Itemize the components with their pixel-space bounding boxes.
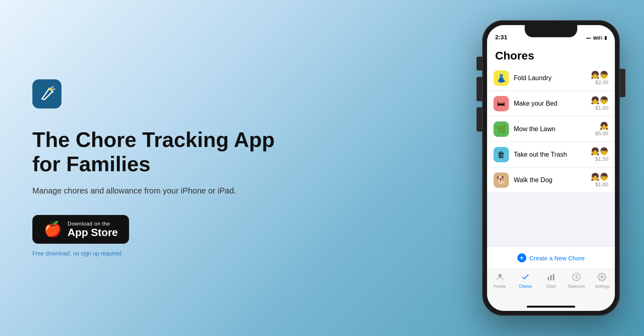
phone-mockup: 2:31 ▪▪▪ WiFi ▮ Chores 👗 Fold Laundry 👧👦… bbox=[482, 20, 620, 316]
chore-name: Walk the Dog bbox=[514, 177, 586, 184]
chores-header: Chores bbox=[487, 43, 615, 66]
tab-label-balances: Balances bbox=[568, 284, 585, 289]
chore-right: 👧 $5.00 bbox=[595, 122, 608, 136]
tab-icon-chart bbox=[547, 272, 555, 283]
status-icons: ▪▪▪ WiFi ▮ bbox=[586, 35, 607, 40]
apple-icon: 🍎 bbox=[44, 222, 62, 236]
tab-settings[interactable]: Settings bbox=[589, 272, 615, 289]
main-headline: The Chore Tracking App for Families bbox=[32, 128, 442, 177]
status-time: 2:31 bbox=[495, 34, 507, 40]
svg-point-1 bbox=[498, 274, 501, 277]
tab-label-people: People bbox=[494, 284, 506, 289]
chore-name: Make your Bed bbox=[514, 100, 586, 107]
phone-screen: 2:31 ▪▪▪ WiFi ▮ Chores 👗 Fold Laundry 👧👦… bbox=[487, 25, 615, 311]
phone-notch bbox=[525, 25, 577, 37]
chore-icon: 🐕 bbox=[494, 172, 509, 188]
tab-balances[interactable]: $ Balances bbox=[564, 272, 589, 289]
svg-text:$: $ bbox=[575, 274, 578, 279]
tab-icon-people bbox=[496, 272, 504, 283]
chore-item[interactable]: 👗 Fold Laundry 👧👦 $2.00 bbox=[487, 66, 615, 91]
chore-price: $1.50 bbox=[595, 156, 608, 162]
create-chore-section[interactable]: + Create a New Chore bbox=[487, 247, 615, 269]
mute-button bbox=[477, 57, 482, 70]
chore-right: 👧👦 $1.00 bbox=[591, 173, 608, 187]
tab-bar: People Chores Chart $ Balances Settings bbox=[487, 269, 615, 302]
volume-up-button bbox=[477, 77, 482, 101]
power-button bbox=[620, 69, 625, 97]
tab-chart[interactable]: Chart bbox=[538, 272, 564, 289]
app-logo bbox=[32, 79, 61, 108]
tab-label-settings: Settings bbox=[595, 284, 609, 289]
app-store-button[interactable]: 🍎 Download on the App Store bbox=[32, 215, 129, 244]
create-chore-icon: + bbox=[517, 253, 526, 262]
chore-price: $1.00 bbox=[595, 105, 608, 111]
chore-icon: 🌿 bbox=[494, 121, 509, 137]
chore-item[interactable]: 🐕 Walk the Dog 👧👦 $1.00 bbox=[487, 168, 615, 193]
chore-avatars: 👧👦 bbox=[591, 97, 608, 104]
app-store-btn-text: Download on the App Store bbox=[68, 221, 118, 238]
svg-rect-2 bbox=[548, 277, 549, 280]
home-bar bbox=[527, 306, 575, 308]
tab-chores[interactable]: Chores bbox=[513, 272, 538, 289]
chore-item[interactable]: 🛏 Make your Bed 👧👦 $1.00 bbox=[487, 91, 615, 117]
free-download-text: Free download, no sign up required bbox=[32, 250, 442, 257]
svg-rect-3 bbox=[550, 275, 552, 280]
chore-right: 👧👦 $1.50 bbox=[591, 148, 608, 162]
svg-point-7 bbox=[601, 276, 604, 278]
chore-icon: 🗑 bbox=[494, 147, 509, 162]
tab-icon-balances: $ bbox=[572, 272, 581, 283]
chore-right: 👧👦 $2.00 bbox=[591, 71, 608, 85]
chore-price: $5.00 bbox=[595, 130, 608, 136]
chore-price: $2.00 bbox=[595, 79, 608, 85]
home-indicator bbox=[487, 302, 615, 311]
chore-icon: 🛏 bbox=[494, 96, 509, 111]
chore-avatars: 👧👦 bbox=[591, 71, 608, 79]
tab-people[interactable]: People bbox=[487, 272, 513, 289]
subheadline: Manage chores and allowance from your iP… bbox=[32, 186, 442, 196]
chore-avatars: 👧👦 bbox=[591, 148, 608, 155]
chore-name: Mow the Lawn bbox=[514, 125, 590, 133]
chores-title: Chores bbox=[495, 49, 607, 62]
chore-right: 👧👦 $1.00 bbox=[591, 97, 608, 111]
chore-icon: 👗 bbox=[494, 70, 509, 86]
chore-name: Fold Laundry bbox=[514, 74, 586, 82]
tab-label-chart: Chart bbox=[546, 284, 556, 289]
volume-down-button bbox=[477, 107, 482, 132]
left-section: The Chore Tracking App for Families Mana… bbox=[0, 55, 474, 281]
tab-icon-settings bbox=[597, 272, 606, 283]
chores-list: 👗 Fold Laundry 👧👦 $2.00 🛏 Make your Bed … bbox=[487, 66, 615, 247]
chore-item[interactable]: 🗑 Take out the Trash 👧👦 $1.50 bbox=[487, 142, 615, 168]
tab-label-chores: Chores bbox=[519, 284, 532, 289]
create-chore-label: Create a New Chore bbox=[530, 255, 585, 262]
chore-name: Take out the Trash bbox=[514, 151, 586, 158]
tab-icon-chores bbox=[521, 272, 530, 283]
chore-avatars: 👧 bbox=[600, 122, 608, 130]
right-section: 2:31 ▪▪▪ WiFi ▮ Chores 👗 Fold Laundry 👧👦… bbox=[474, 12, 644, 324]
chore-price: $1.00 bbox=[595, 181, 608, 187]
svg-rect-4 bbox=[553, 274, 555, 281]
chore-item[interactable]: 🌿 Mow the Lawn 👧 $5.00 bbox=[487, 117, 615, 142]
chore-avatars: 👧👦 bbox=[591, 173, 608, 181]
